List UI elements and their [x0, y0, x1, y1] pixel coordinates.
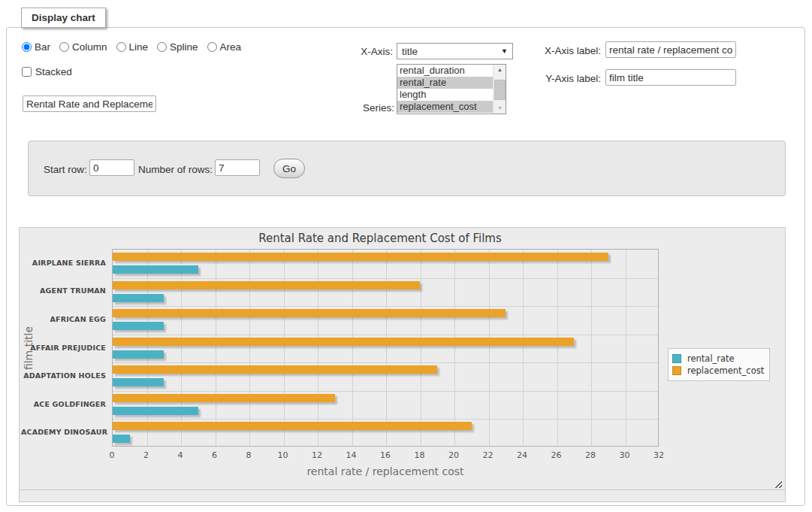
- chart-type-label: Area: [220, 41, 242, 53]
- x-axis-select-label: X-Axis:: [323, 46, 393, 57]
- x-axis-label-caption: X-Axis label:: [522, 45, 601, 56]
- chart-plot-area: [112, 249, 659, 447]
- category-label: ACE GOLDFINGER: [21, 400, 106, 408]
- chart-type-option-area[interactable]: Area: [207, 41, 242, 53]
- chart-title-input[interactable]: [23, 95, 156, 112]
- gridline-vertical: [523, 250, 524, 446]
- row-range-panel: Start row: Number of rows: Go: [28, 141, 786, 196]
- series-option-rental_duration[interactable]: rental_duration: [397, 65, 494, 77]
- category-label: ACADEMY DINOSAUR: [21, 428, 106, 436]
- series-option-replacement_cost[interactable]: replacement_cost: [397, 101, 494, 113]
- series-option-rental_rate[interactable]: rental_rate: [397, 77, 494, 89]
- start-row-input[interactable]: [89, 159, 134, 176]
- chart-type-radio-column[interactable]: [59, 42, 69, 52]
- gridline-vertical: [557, 250, 558, 446]
- bar-rental-rate: [113, 350, 164, 359]
- legend-label: rental_rate: [687, 353, 735, 364]
- number-of-rows-label: Number of rows:: [138, 164, 213, 175]
- x-tick-label: 8: [237, 450, 261, 460]
- scroll-down-icon[interactable]: ▼: [494, 103, 506, 114]
- bar-replacement-cost: [113, 253, 608, 261]
- x-tick-label: 16: [373, 450, 397, 460]
- scrollbar-thumb[interactable]: [494, 80, 506, 100]
- chart-type-option-spline[interactable]: Spline: [157, 41, 198, 53]
- gridline-vertical: [386, 250, 387, 446]
- gridline-vertical: [454, 250, 455, 446]
- gridline-vertical: [626, 250, 626, 446]
- gridline-horizontal: [113, 278, 658, 279]
- gridline-vertical: [181, 250, 182, 446]
- gridline-vertical: [489, 250, 490, 446]
- bar-replacement-cost: [113, 365, 437, 374]
- bar-replacement-cost: [113, 394, 335, 402]
- chart-type-label: Column: [72, 41, 107, 53]
- bar-rental-rate: [113, 265, 198, 274]
- gridline-vertical: [591, 250, 592, 446]
- x-tick-label: 10: [271, 450, 295, 460]
- y-axis-label-input[interactable]: [605, 69, 736, 86]
- bar-rental-rate: [113, 294, 164, 302]
- chart-type-option-bar[interactable]: Bar: [22, 41, 50, 53]
- chart-x-axis-title: rental rate / replacement cost: [112, 465, 659, 477]
- category-label: AGENT TRUMAN: [21, 286, 106, 295]
- series-select-label: Series:: [323, 102, 394, 114]
- x-tick-label: 26: [545, 450, 569, 460]
- gridline-vertical: [421, 250, 421, 446]
- bar-replacement-cost: [113, 281, 420, 289]
- x-tick-label: 28: [578, 450, 602, 460]
- x-tick-label: 32: [647, 450, 671, 460]
- chart-type-option-column[interactable]: Column: [59, 41, 107, 53]
- gridline-horizontal: [113, 362, 658, 363]
- x-tick-label: 30: [613, 450, 637, 460]
- x-tick-label: 20: [442, 450, 466, 460]
- series-scrollbar[interactable]: ▲ ▼: [493, 65, 506, 114]
- chart-type-option-line[interactable]: Line: [116, 41, 149, 53]
- legend-swatch: [672, 366, 681, 375]
- gridline-horizontal: [113, 335, 658, 335]
- chart-type-radio-area[interactable]: [207, 42, 217, 52]
- gridline-vertical: [352, 250, 353, 446]
- chart-type-radio-spline[interactable]: [157, 42, 167, 52]
- category-label: AIRPLANE SIERRA: [21, 259, 106, 267]
- x-axis-selected-value: title: [402, 46, 418, 57]
- x-axis-select[interactable]: title ▼: [397, 43, 513, 59]
- scroll-up-icon[interactable]: ▲: [494, 65, 506, 75]
- gridline-vertical: [216, 250, 216, 446]
- category-label: AFRICAN EGG: [21, 315, 106, 323]
- stacked-checkbox[interactable]: [22, 67, 32, 77]
- legend-item-replacement_cost: replacement_cost: [672, 365, 764, 376]
- chart-legend: rental_ratereplacement_cost: [668, 348, 770, 381]
- chart-type-radio-bar[interactable]: [22, 42, 32, 52]
- chevron-down-icon: ▼: [501, 47, 508, 55]
- x-tick-label: 24: [510, 450, 534, 460]
- x-tick-label: 2: [134, 450, 158, 460]
- x-tick-label: 18: [408, 450, 432, 460]
- gridline-horizontal: [113, 419, 658, 420]
- bar-rental-rate: [113, 322, 164, 330]
- stacked-label: Stacked: [35, 66, 72, 77]
- legend-swatch: [672, 354, 681, 363]
- x-tick-label: 12: [305, 450, 329, 460]
- bar-replacement-cost: [113, 309, 506, 317]
- stacked-row: Stacked: [22, 66, 72, 77]
- go-button[interactable]: Go: [273, 159, 305, 178]
- chart-type-radio-line[interactable]: [116, 42, 126, 52]
- x-tick-label: 6: [203, 450, 227, 460]
- series-option-length[interactable]: length: [397, 89, 494, 101]
- y-axis-label-caption: Y-Axis label:: [522, 73, 601, 84]
- chart-type-label: Bar: [35, 41, 50, 53]
- x-axis-label-input[interactable]: [605, 41, 736, 58]
- x-tick-label: 0: [100, 450, 124, 460]
- gridline-vertical: [249, 250, 250, 446]
- fieldset-legend: Display chart: [21, 8, 106, 28]
- gridline-horizontal: [113, 306, 658, 307]
- bar-replacement-cost: [113, 422, 472, 430]
- display-chart-app: Display chart BarColumnLineSplineArea St…: [0, 0, 812, 512]
- start-row-label: Start row:: [44, 164, 87, 175]
- chart-panel: Rental Rate and Replacement Cost of Film…: [19, 227, 786, 502]
- series-multiselect[interactable]: rental_durationrental_ratelengthreplacem…: [397, 64, 506, 114]
- category-label: AFFAIR PREJUDICE: [21, 344, 106, 352]
- x-tick-label: 22: [476, 450, 500, 460]
- number-of-rows-input[interactable]: [215, 159, 260, 176]
- series-options: rental_durationrental_ratelengthreplacem…: [397, 65, 506, 113]
